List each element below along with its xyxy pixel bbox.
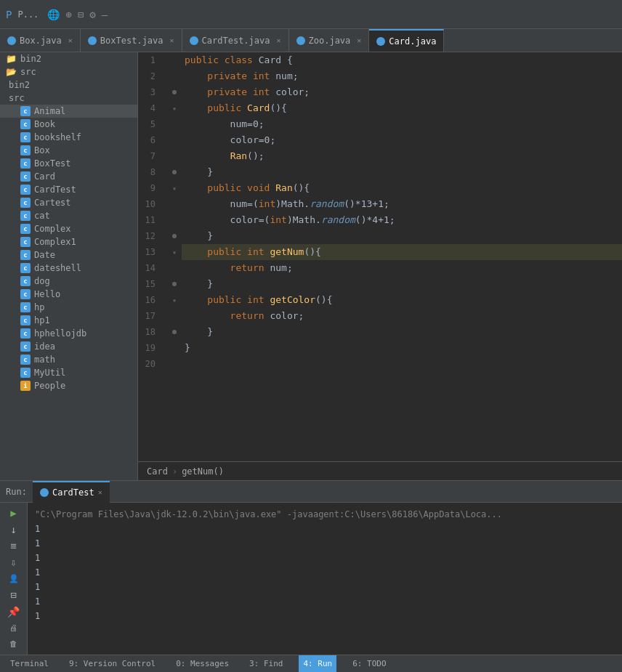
- status-item-6--todo[interactable]: 6: TODO: [348, 655, 390, 672]
- line-number-17: 17: [138, 308, 161, 324]
- globe-icon[interactable]: 🌐: [47, 9, 60, 20]
- sidebar-label-src: src: [9, 93, 25, 103]
- line-number-14: 14: [138, 260, 161, 276]
- sidebar-item-math[interactable]: cmath: [0, 353, 137, 366]
- sidebar-item-dateshell[interactable]: cdateshell: [0, 262, 137, 275]
- run-rerun-button[interactable]: ≡: [4, 540, 23, 552]
- run-filter-button[interactable]: ⊟: [4, 589, 23, 602]
- gutter-cell-12: [167, 228, 182, 244]
- sidebar-item-animal[interactable]: cAnimal: [0, 105, 137, 118]
- tab-cardtest-java[interactable]: CardTest.java ✕: [182, 29, 289, 52]
- line-number-18: 18: [138, 324, 161, 340]
- token-kw: public: [185, 180, 247, 196]
- run-delete-button[interactable]: 🗑: [4, 639, 23, 651]
- sidebar-label-dog: dog: [34, 276, 50, 286]
- line-number-7: 7: [138, 148, 161, 164]
- tab-zoo-java[interactable]: Zoo.java ✕: [289, 29, 370, 52]
- navigation-icon[interactable]: ⊕: [65, 9, 71, 20]
- code-line-20: [182, 356, 622, 372]
- sidebar-item-src[interactable]: 📂 src: [0, 65, 137, 78]
- sidebar-item-book[interactable]: cBook: [0, 118, 137, 131]
- code-line-11: color=(int)Math.random()*4+1;: [182, 212, 622, 228]
- tab-label-card: Card.java: [389, 36, 436, 46]
- tab-close-zoo[interactable]: ✕: [357, 36, 361, 44]
- c-icon-idea: c: [20, 341, 31, 352]
- sidebar-label-cat: cat: [34, 211, 50, 221]
- sidebar-item-people[interactable]: iPeople: [0, 379, 137, 392]
- tab-close-box[interactable]: ✕: [68, 36, 73, 44]
- tab-bar: Box.java ✕ BoxTest.java ✕ CardTest.java …: [0, 29, 622, 52]
- code-line-19: }: [182, 340, 622, 356]
- breadcrumb-part-2: getNum(): [182, 466, 224, 477]
- sidebar-item-box[interactable]: cBox: [0, 144, 137, 157]
- sidebar-item-complex1[interactable]: cComplex1: [0, 235, 137, 248]
- sidebar-item-complex[interactable]: cComplex: [0, 222, 137, 235]
- sidebar-item-myutil[interactable]: cMyUtil: [0, 366, 137, 379]
- sidebar-item-hello[interactable]: cHello: [0, 288, 137, 301]
- sidebar-label-boxtest: BoxTest: [34, 158, 71, 169]
- sidebar-label-complex: Complex: [34, 224, 71, 234]
- line-number-5: 5: [138, 116, 161, 132]
- code-line-6: color=0;: [182, 132, 622, 148]
- c-icon-box: c: [20, 145, 31, 155]
- line-number-11: 11: [138, 212, 161, 228]
- token-type: num=0;: [185, 116, 264, 132]
- sidebar-item-bin2[interactable]: 📁 bin2: [0, 52, 137, 65]
- minus-icon[interactable]: —: [102, 9, 108, 20]
- sidebar-item-dog[interactable]: cdog: [0, 275, 137, 288]
- run-tab-close[interactable]: ✕: [98, 488, 102, 496]
- sidebar-item-idea[interactable]: cidea: [0, 340, 137, 353]
- tab-card-java[interactable]: Card.java: [369, 29, 444, 52]
- token-type: color=(: [185, 212, 270, 228]
- token-punc: }: [185, 164, 213, 180]
- code-line-12: }: [182, 228, 622, 244]
- run-user-button[interactable]: 👤: [4, 572, 23, 585]
- line-number-16: 16: [138, 292, 161, 308]
- sidebar-item-cartest[interactable]: cCartest: [0, 196, 137, 209]
- code-line-7: Ran();: [182, 148, 622, 164]
- run-stop-button[interactable]: ↓: [4, 524, 23, 536]
- gutter: ▾▾▾▾: [167, 52, 182, 461]
- run-pin-button[interactable]: 📌: [4, 605, 23, 618]
- line-number-13: 13: [138, 244, 161, 260]
- code-line-5: num=0;: [182, 116, 622, 132]
- toolbar-icon[interactable]: ⊟: [78, 9, 84, 20]
- token-punc: (){: [315, 292, 332, 308]
- status-item-4--run[interactable]: 4: Run: [299, 655, 336, 672]
- gear-icon[interactable]: ⚙: [89, 9, 95, 20]
- sidebar-item-hp1[interactable]: chp1: [0, 314, 137, 327]
- token-method: Ran: [230, 148, 247, 164]
- run-scroll-button[interactable]: ⇩: [4, 556, 23, 569]
- run-play-button[interactable]: ▶: [4, 507, 23, 519]
- tab-close-boxtest[interactable]: ✕: [170, 36, 174, 44]
- sidebar-item-src[interactable]: src: [0, 92, 137, 105]
- run-tab-cardtest[interactable]: CardTest ✕: [33, 481, 110, 503]
- run-print-button[interactable]: 🖨: [4, 622, 23, 634]
- code-lines[interactable]: public class Card { private int num; pri…: [182, 52, 622, 461]
- run-content: ▶ ↓ ≡ ⇩ 👤 ⊟ 📌 🖨 🗑 "C:\Program Files\Java…: [0, 503, 622, 655]
- sidebar-item-boxtest[interactable]: cBoxTest: [0, 157, 137, 170]
- sidebar-item-hphellojdb[interactable]: chphellojdb: [0, 327, 137, 340]
- tab-boxtest-java[interactable]: BoxTest.java ✕: [81, 29, 182, 52]
- sidebar-item-hp[interactable]: chp: [0, 301, 137, 314]
- tab-close-cardtest[interactable]: ✕: [276, 36, 280, 44]
- status-item-3--find[interactable]: 3: Find: [245, 655, 287, 672]
- sidebar-item-bookshelf[interactable]: cbookshelf: [0, 131, 137, 144]
- sidebar-label-hello: Hello: [34, 289, 60, 299]
- breadcrumb-separator: ›: [172, 466, 177, 477]
- sidebar-item-cat[interactable]: ccat: [0, 209, 137, 222]
- token-punc: }: [185, 228, 213, 244]
- sidebar-item-card[interactable]: cCard: [0, 170, 137, 183]
- status-item-terminal[interactable]: Terminal: [6, 655, 53, 672]
- output-line-6: 1: [35, 609, 615, 623]
- sidebar-item-date[interactable]: cDate: [0, 248, 137, 262]
- c-icon-date: c: [20, 250, 31, 260]
- tab-icon-boxtest: [88, 36, 97, 45]
- token-kw2: int: [253, 68, 275, 84]
- sidebar-item-cardtest[interactable]: cCardTest: [0, 183, 137, 196]
- project-title: P...: [17, 9, 39, 20]
- sidebar-item-bin2[interactable]: bin2: [0, 78, 137, 92]
- tab-box-java[interactable]: Box.java ✕: [0, 29, 81, 52]
- status-item-0--messages[interactable]: 0: Messages: [171, 655, 233, 672]
- status-item-9--version-control[interactable]: 9: Version Control: [65, 655, 160, 672]
